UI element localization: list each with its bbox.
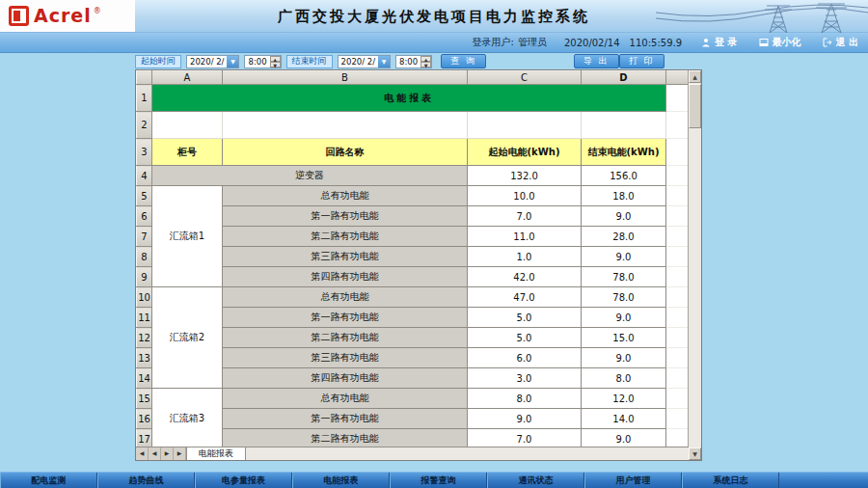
circuit-name-cell[interactable]: 总有功电能 — [223, 186, 468, 206]
nav-trend-curves[interactable]: 趋势曲线 — [97, 473, 195, 488]
end-energy-cell[interactable]: 8.0 — [582, 368, 666, 389]
circuit-name-cell[interactable]: 总有功电能 — [223, 287, 468, 308]
end-energy-cell[interactable]: 9.0 — [582, 247, 666, 267]
prev-sheet-icon[interactable]: ◀ — [149, 447, 161, 460]
cabinet-name-cell[interactable]: 汇流箱3 — [152, 389, 223, 449]
report-title-cell[interactable]: 电能报表 — [152, 85, 666, 112]
column-header-d[interactable]: D — [582, 71, 666, 85]
end-energy-cell[interactable]: 28.0 — [582, 227, 666, 247]
export-button[interactable]: 导 出 — [574, 54, 619, 68]
empty-cell[interactable] — [223, 112, 468, 139]
row-header[interactable]: 2 — [137, 112, 152, 139]
scrollbar-thumb[interactable] — [689, 84, 701, 128]
select-all-corner[interactable] — [137, 71, 152, 85]
scroll-down-icon[interactable]: ▼ — [689, 447, 701, 460]
end-energy-cell[interactable]: 156.0 — [582, 166, 666, 186]
nav-alarm-query[interactable]: 报警查询 — [390, 473, 487, 488]
end-energy-cell[interactable]: 9.0 — [582, 206, 666, 227]
row-header[interactable]: 14 — [137, 368, 152, 389]
scroll-up-icon[interactable]: ▲ — [689, 70, 701, 83]
end-energy-cell[interactable]: 9.0 — [582, 308, 666, 328]
row-header[interactable]: 13 — [137, 348, 152, 368]
table-header-cell[interactable]: 起始电能(kWh) — [468, 139, 582, 166]
row-header[interactable]: 16 — [137, 409, 152, 429]
end-energy-cell[interactable]: 9.0 — [582, 348, 666, 368]
row-header[interactable]: 8 — [137, 247, 152, 267]
row-header[interactable]: 15 — [137, 389, 152, 409]
login-button[interactable]: 登 录 — [701, 36, 737, 49]
table-header-cell[interactable]: 柜号 — [152, 139, 223, 166]
start-energy-cell[interactable]: 6.0 — [468, 348, 582, 368]
start-energy-cell[interactable]: 3.0 — [468, 368, 582, 389]
circuit-name-cell[interactable]: 第一路有功电能 — [223, 409, 468, 429]
end-energy-cell[interactable]: 15.0 — [582, 328, 666, 348]
table-header-cell[interactable]: 回路名称 — [223, 139, 468, 166]
circuit-name-cell[interactable]: 第二路有功电能 — [223, 227, 468, 247]
column-header-a[interactable]: A — [152, 71, 223, 85]
row-header[interactable]: 5 — [137, 186, 152, 206]
row-header[interactable]: 6 — [137, 206, 152, 227]
row-header[interactable]: 11 — [137, 308, 152, 328]
end-energy-cell[interactable]: 14.0 — [582, 409, 666, 429]
nav-user-management[interactable]: 用户管理 — [584, 473, 682, 488]
start-energy-cell[interactable]: 9.0 — [468, 409, 582, 429]
first-sheet-icon[interactable]: ◀ — [136, 447, 149, 460]
start-energy-cell[interactable]: 47.0 — [468, 287, 582, 308]
scrollbar-track[interactable] — [689, 128, 701, 447]
nav-parameter-report[interactable]: 电参量报表 — [195, 473, 292, 488]
nav-communication-status[interactable]: 通讯状态 — [487, 473, 584, 488]
circuit-name-cell[interactable]: 总有功电能 — [223, 389, 468, 409]
circuit-name-cell[interactable]: 第四路有功电能 — [223, 368, 468, 389]
start-time-spinner[interactable]: 8:00 ▲▼ — [244, 55, 281, 68]
end-energy-cell[interactable]: 78.0 — [582, 287, 666, 308]
circuit-name-cell[interactable]: 第三路有功电能 — [223, 348, 468, 368]
spinner-arrows-icon[interactable]: ▲▼ — [420, 56, 431, 68]
next-sheet-icon[interactable]: ▶ — [161, 447, 174, 460]
print-button[interactable]: 打 印 — [619, 54, 665, 68]
vertical-scrollbar[interactable]: ▲ ▼ — [688, 70, 701, 460]
horizontal-scrollbar[interactable] — [246, 447, 689, 460]
start-energy-cell[interactable]: 8.0 — [468, 389, 582, 409]
row-header[interactable]: 7 — [137, 227, 152, 247]
start-energy-cell[interactable]: 42.0 — [468, 267, 582, 287]
end-energy-cell[interactable]: 12.0 — [582, 389, 666, 409]
circuit-name-cell[interactable]: 第一路有功电能 — [223, 308, 468, 328]
start-energy-cell[interactable]: 1.0 — [468, 247, 582, 267]
cabinet-name-cell[interactable]: 汇流箱1 — [152, 186, 223, 287]
sheet-tab-energy-report[interactable]: 电能报表 — [186, 447, 246, 460]
last-sheet-icon[interactable]: ▶ — [174, 447, 186, 460]
end-date-picker[interactable]: 2020/ 2/ ▼ — [338, 55, 391, 68]
cabinet-name-cell[interactable]: 汇流箱2 — [152, 287, 223, 389]
chevron-down-icon[interactable]: ▼ — [227, 56, 238, 68]
spinner-arrows-icon[interactable]: ▲▼ — [270, 56, 281, 68]
query-button[interactable]: 查 询 — [441, 54, 486, 68]
row-header[interactable]: 10 — [137, 287, 152, 308]
row-header[interactable]: 9 — [137, 267, 152, 287]
end-energy-cell[interactable]: 18.0 — [582, 186, 666, 206]
end-time-spinner[interactable]: 8:00 ▲▼ — [395, 55, 432, 68]
row-header[interactable]: 1 — [137, 85, 152, 112]
start-energy-cell[interactable]: 11.0 — [468, 227, 582, 247]
nav-energy-report[interactable]: 电能报表 — [292, 473, 390, 488]
circuit-name-cell[interactable]: 逆变器 — [152, 166, 468, 186]
start-date-picker[interactable]: 2020/ 2/ ▼ — [186, 55, 239, 68]
chevron-down-icon[interactable]: ▼ — [378, 56, 390, 68]
table-header-cell[interactable]: 结束电能(kWh) — [582, 139, 666, 166]
circuit-name-cell[interactable]: 第一路有功电能 — [223, 206, 468, 227]
circuit-name-cell[interactable]: 第三路有功电能 — [223, 247, 468, 267]
minimize-button[interactable]: 最小化 — [759, 36, 801, 49]
circuit-name-cell[interactable]: 第二路有功电能 — [223, 328, 468, 348]
start-energy-cell[interactable]: 5.0 — [468, 308, 582, 328]
start-energy-cell[interactable]: 5.0 — [468, 328, 582, 348]
row-header[interactable]: 4 — [137, 166, 152, 186]
empty-cell[interactable] — [468, 112, 582, 139]
end-energy-cell[interactable]: 78.0 — [582, 267, 666, 287]
start-energy-cell[interactable]: 7.0 — [468, 206, 582, 227]
start-energy-cell[interactable]: 10.0 — [468, 186, 582, 206]
column-header-c[interactable]: C — [468, 71, 582, 85]
circuit-name-cell[interactable]: 第四路有功电能 — [223, 267, 468, 287]
row-header[interactable]: 12 — [137, 328, 152, 348]
column-header-b[interactable]: B — [223, 71, 468, 85]
exit-button[interactable]: 退 出 — [823, 36, 858, 49]
start-energy-cell[interactable]: 132.0 — [468, 166, 582, 186]
